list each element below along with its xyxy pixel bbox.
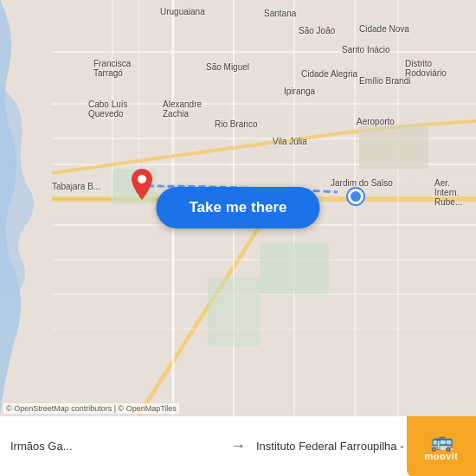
svg-rect-3 bbox=[208, 277, 260, 346]
svg-point-5 bbox=[138, 175, 146, 183]
button-container: Take me there bbox=[156, 187, 319, 228]
map-attribution: © OpenStreetMap contributors | © OpenMap… bbox=[3, 403, 179, 414]
moovit-logo: 🚌 moovit bbox=[407, 416, 476, 476]
moovit-icon: 🚌 bbox=[430, 432, 453, 451]
route-arrow-icon: → bbox=[230, 437, 246, 455]
origin-text: Irmãos Ga... bbox=[10, 440, 73, 453]
origin-item: Irmãos Ga... bbox=[0, 440, 230, 453]
bottom-bar: Irmãos Ga... → Instituto Federal Farroup… bbox=[0, 415, 476, 476]
map-container: Uruguaiana Santana São João Cidade Nova … bbox=[0, 0, 476, 415]
destination-dot bbox=[348, 189, 363, 204]
svg-rect-4 bbox=[359, 125, 428, 169]
origin-pin bbox=[132, 169, 152, 203]
take-me-there-button[interactable]: Take me there bbox=[156, 187, 319, 228]
moovit-text: moovit bbox=[424, 451, 458, 461]
svg-rect-2 bbox=[260, 242, 329, 294]
